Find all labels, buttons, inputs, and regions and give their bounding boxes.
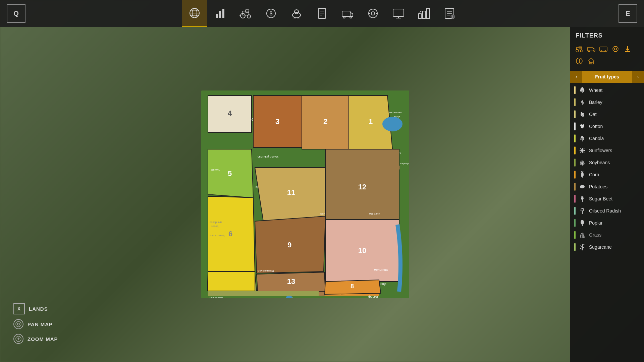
- poplar-indicator: [574, 219, 576, 227]
- svg-text:маслозавод: маслозавод: [210, 234, 225, 237]
- svg-point-131: [613, 46, 618, 52]
- toolbar-left: Q: [7, 4, 25, 23]
- svg-line-185: [581, 171, 582, 172]
- fruit-item-oilseed-radish[interactable]: Oilseed Radish: [570, 205, 644, 217]
- pan-map-icon: [13, 319, 23, 329]
- svg-text:$: $: [270, 11, 273, 16]
- svg-rect-39: [427, 8, 429, 18]
- pan-map-control[interactable]: PAN MAP: [13, 319, 58, 329]
- filter-home-icon[interactable]: [586, 56, 596, 66]
- fruit-item-potatoes[interactable]: Potatoes: [570, 181, 644, 193]
- grass-icon: [579, 232, 586, 238]
- toolbar-delivery-btn[interactable]: [335, 0, 360, 27]
- svg-rect-7: [222, 9, 224, 18]
- fruit-item-poplar[interactable]: Poplar: [570, 217, 644, 229]
- filter-truck-icon[interactable]: [586, 44, 596, 54]
- poplar-label: Poplar: [589, 220, 602, 226]
- corn-icon: [579, 171, 586, 178]
- oat-indicator: [574, 110, 576, 118]
- filter-download-icon[interactable]: [623, 44, 633, 54]
- grass-indicator: [574, 231, 576, 239]
- sugar-beet-label: Sugar Beet: [589, 196, 612, 201]
- toolbar-money-btn[interactable]: $: [258, 0, 284, 27]
- wheat-icon: [579, 87, 586, 94]
- svg-point-122: [580, 50, 582, 52]
- svg-point-170: [583, 138, 584, 140]
- cotton-icon: [579, 123, 586, 130]
- e-key-button[interactable]: E: [619, 4, 637, 23]
- fruit-item-grass[interactable]: Grass: [570, 229, 644, 241]
- svg-point-126: [588, 51, 590, 52]
- q-key-button[interactable]: Q: [7, 4, 25, 23]
- corn-indicator: [574, 171, 576, 179]
- map-container: 4 био-техника 3 2 1 вода лесопилка рыбхо…: [0, 27, 644, 362]
- fruit-item-canola[interactable]: Canola: [570, 132, 644, 144]
- fruit-item-wheat[interactable]: Wheat: [570, 84, 644, 96]
- toolbar-equipment-btn[interactable]: [360, 0, 386, 27]
- fruit-item-barley[interactable]: Barley: [570, 96, 644, 108]
- pan-map-label: PAN MAP: [28, 321, 53, 327]
- toolbar-animals-btn[interactable]: [284, 0, 309, 27]
- toolbar-production-btn[interactable]: [411, 0, 437, 27]
- svg-point-208: [16, 321, 21, 327]
- svg-rect-125: [588, 47, 593, 51]
- fruit-types-next-btn[interactable]: ›: [632, 71, 644, 83]
- svg-rect-34: [393, 9, 404, 16]
- svg-text:магазин: магазин: [369, 212, 380, 215]
- svg-point-141: [579, 62, 580, 63]
- filter-icons-row: [570, 44, 644, 71]
- fruit-item-cotton[interactable]: Cotton: [570, 120, 644, 132]
- toolbar-monitor-btn[interactable]: [386, 0, 411, 27]
- svg-text:3: 3: [275, 117, 279, 126]
- filter-tractor-icon[interactable]: [574, 44, 584, 54]
- toolbar-contracts-btn[interactable]: [309, 0, 335, 27]
- wheat-label: Wheat: [589, 87, 602, 93]
- svg-text:i: i: [452, 15, 453, 19]
- svg-rect-5: [216, 14, 218, 18]
- map-wrapper[interactable]: 4 био-техника 3 2 1 вода лесопилка рыбхо…: [201, 90, 409, 298]
- potatoes-icon: [579, 183, 586, 190]
- svg-line-176: [580, 148, 581, 149]
- fruit-item-sugarcane[interactable]: Sugarcane: [570, 241, 644, 253]
- toolbar-right: E: [619, 4, 637, 23]
- svg-text:4: 4: [228, 109, 232, 117]
- fruit-types-header: ‹ Fruit types ›: [570, 71, 644, 83]
- svg-text:11: 11: [287, 188, 295, 197]
- svg-text:5: 5: [228, 169, 232, 178]
- fruit-item-sugar-beet[interactable]: Sugar Beet: [570, 193, 644, 205]
- filter-warning-icon[interactable]: [574, 56, 584, 66]
- filter-van-icon[interactable]: [598, 44, 608, 54]
- fruit-item-sunflowers[interactable]: Sunflowers: [570, 144, 644, 157]
- potatoes-indicator: [574, 183, 576, 191]
- svg-rect-38: [423, 11, 425, 18]
- svg-point-168: [583, 137, 584, 138]
- fruit-item-corn[interactable]: Corn: [570, 169, 644, 181]
- svg-point-171: [581, 149, 584, 152]
- svg-rect-21: [318, 8, 326, 18]
- fruit-types-label: Fruit types: [582, 74, 632, 79]
- canola-icon: [579, 135, 586, 142]
- toolbar-info-btn[interactable]: i: [437, 0, 462, 27]
- svg-text:8: 8: [351, 283, 354, 290]
- toolbar-stats-btn[interactable]: [207, 0, 233, 27]
- svg-point-16: [294, 10, 299, 14]
- lands-control[interactable]: X LANDS: [13, 303, 58, 314]
- fruit-item-oat[interactable]: Oat: [570, 108, 644, 120]
- map-svg[interactable]: 4 био-техника 3 2 1 вода лесопилка рыбхо…: [201, 90, 409, 298]
- svg-text:скотный рынок: скотный рынок: [258, 155, 278, 158]
- toolbar-tractor-btn[interactable]: [233, 0, 258, 27]
- sunflowers-indicator: [574, 146, 576, 155]
- zoom-map-control[interactable]: ZOOM MAP: [13, 334, 58, 344]
- fruit-item-soybeans[interactable]: Soybeans: [570, 157, 644, 169]
- svg-point-127: [593, 51, 594, 52]
- svg-text:лесопилка: лесопилка: [388, 111, 402, 114]
- svg-point-164: [581, 126, 583, 128]
- fruit-types-prev-btn[interactable]: ‹: [570, 71, 582, 83]
- svg-text:грян-карьер: грян-карьер: [210, 296, 223, 298]
- filter-gear-icon[interactable]: [610, 44, 621, 54]
- svg-text:мельница: мельница: [374, 268, 388, 272]
- toolbar-map-btn[interactable]: [182, 0, 207, 27]
- svg-point-162: [580, 124, 582, 126]
- canola-label: Canola: [589, 136, 604, 141]
- toolbar-center: $: [182, 0, 462, 27]
